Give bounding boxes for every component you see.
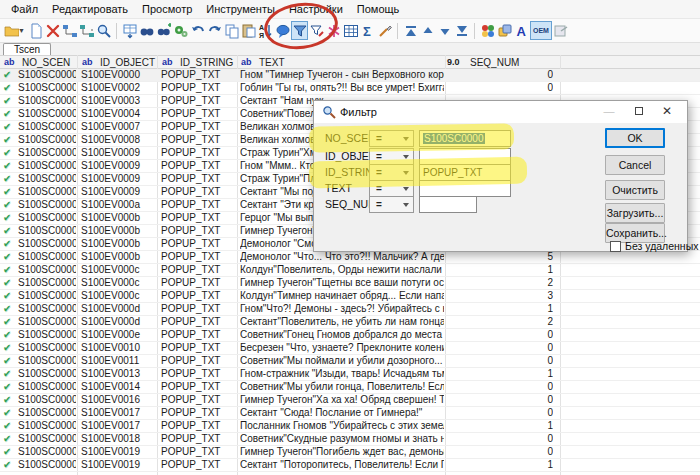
op-select-id-object[interactable]: = xyxy=(369,148,414,165)
cell: POPUP_TXT xyxy=(161,316,235,328)
filter-edit-icon[interactable] xyxy=(308,21,325,40)
op-select-text[interactable]: = xyxy=(369,180,414,197)
find-next-icon[interactable] xyxy=(155,21,172,40)
value-input-no-scen[interactable]: S100SC0000 xyxy=(419,130,511,147)
cell: S100SC0000 xyxy=(18,212,76,224)
table-row[interactable]: ✔S100SC0000S100EV0018POPUP_TXTСоветник"С… xyxy=(0,433,700,446)
comment-bubble-icon[interactable] xyxy=(274,21,291,40)
table-row[interactable]: ✔S100SC0000S100EV000ePOPUP_TXTСоветник"Г… xyxy=(0,329,700,342)
cancel-button[interactable]: Cancel xyxy=(605,155,665,175)
nav-last-icon[interactable] xyxy=(453,21,470,40)
oem-toggle[interactable]: OEM xyxy=(530,21,552,40)
load-button[interactable]: Загрузить... xyxy=(605,203,665,223)
table-row[interactable]: ✔S100SC0000S100EV0016POPUP_TXTГимнер Туч… xyxy=(0,394,700,407)
table-row[interactable]: ✔S100SC0000S100EV0014POPUP_TXTСоветник"М… xyxy=(0,381,700,394)
link-id-icon[interactable] xyxy=(61,21,78,40)
cell: S100SC0000 xyxy=(18,69,76,81)
sum-icon[interactable]: Σ xyxy=(359,21,376,40)
table-row[interactable]: ✔S100SC0000S100EV000cPOPUP_TXTКолдун"Тим… xyxy=(0,290,700,303)
cell: Гном"Что?! Демоны - здесь?! Убирайтесь с… xyxy=(240,303,444,315)
clear-button[interactable]: Очистить xyxy=(605,180,665,200)
table-row[interactable]: ✔S100SC0000S100EV0019POPUP_TXTГимнер Туч… xyxy=(0,446,700,459)
table-row[interactable]: ✔S100SC0000S100EV0011POPUP_TXTСоветник"М… xyxy=(0,355,700,368)
menu-edit[interactable]: Редактировать xyxy=(45,1,135,17)
col-header-seq-num[interactable]: SEQ_NUM xyxy=(470,57,519,68)
col-type-icon: 9.0 xyxy=(447,57,460,67)
palette-icon[interactable] xyxy=(479,21,496,40)
cell: 5 xyxy=(445,251,553,263)
table-row[interactable]: ✔S100SC0000S100EV000cPOPUP_TXTКолдун"Пов… xyxy=(0,264,700,277)
cell: S100EV0014 xyxy=(81,381,155,393)
redo-icon[interactable] xyxy=(206,21,223,40)
table-row[interactable]: ✔S100SC0000S100EV0010POPUP_TXTБесрезен "… xyxy=(0,342,700,355)
op-select-id-string[interactable]: = xyxy=(369,164,414,181)
table-row[interactable]: ✔S100SC0000S100EV0000POPUP_TXTГном "Тимн… xyxy=(0,69,700,82)
nav-prev-icon[interactable] xyxy=(419,21,436,40)
filter-clear-icon[interactable] xyxy=(325,21,342,40)
table-row[interactable]: ✔S100SC0000S100EV0017POPUP_TXTПосланник … xyxy=(0,420,700,433)
table-row[interactable]: ✔S100SC0000S100EV000cPOPUP_TXTГимнер Туч… xyxy=(0,277,700,290)
menu-tools[interactable]: Инструменты xyxy=(199,1,282,17)
cell: S100EV000c xyxy=(81,277,155,289)
table-row[interactable]: ✔S100SC0000S100EV0002POPUP_TXTГоблин "Гы… xyxy=(0,82,700,95)
cell: POPUP_TXT xyxy=(161,394,235,406)
paste-icon[interactable] xyxy=(240,21,257,40)
sort-az-icon[interactable]: AЯ xyxy=(257,21,274,40)
filter-icon[interactable] xyxy=(291,21,308,40)
table-row[interactable]: ✔S100SC0000S100EV0019POPUP_TXTСектант "П… xyxy=(0,459,700,472)
search-icon[interactable] xyxy=(95,21,112,40)
cell: S100SC0000 xyxy=(18,381,76,393)
copy-icon[interactable] xyxy=(223,21,240,40)
export-icon[interactable] xyxy=(552,21,569,40)
toolbar: ▼ AЯ Σ A OEM xyxy=(0,18,700,43)
cell: 2 xyxy=(445,277,553,289)
layers-icon[interactable] xyxy=(496,21,513,40)
cell: Сектант"Повелитель, не убить ли нам гонц… xyxy=(240,316,444,328)
col-type-icon: ab xyxy=(241,57,252,67)
table-row[interactable]: ✔S100SC0000S100EV000dPOPUP_TXTСектант"По… xyxy=(0,316,700,329)
op-select-seq-num[interactable]: = xyxy=(369,196,414,213)
table-row[interactable]: ✔S100SC0000S100EV0013POPUP_TXTГном-страж… xyxy=(0,368,700,381)
cell: S100SC0000 xyxy=(18,95,76,107)
cell: 0 xyxy=(445,82,553,94)
delete-icon[interactable] xyxy=(44,21,61,40)
col-header-no-scen[interactable]: NO_SCEN xyxy=(22,57,70,68)
nav-next-icon[interactable] xyxy=(436,21,453,40)
value-input-seq-num[interactable] xyxy=(419,196,477,213)
no-deleted-checkbox[interactable] xyxy=(610,241,621,252)
close-button[interactable]: ✕ xyxy=(655,101,679,122)
maximize-button[interactable] xyxy=(627,101,651,122)
find-icon[interactable] xyxy=(138,21,155,40)
table-row[interactable]: ✔S100SC0000S100EV000dPOPUP_TXTГном"Что?!… xyxy=(0,303,700,316)
menu-file[interactable]: Файл xyxy=(4,1,45,17)
value-input-text[interactable] xyxy=(419,180,511,197)
menu-help[interactable]: Помощь xyxy=(350,1,407,17)
font-icon[interactable]: A xyxy=(513,21,530,40)
link-id-alt-icon[interactable] xyxy=(78,21,95,40)
table-row[interactable]: ✔S100SC0000S100EV000bPOPUP_TXTДемонолог … xyxy=(0,251,700,264)
ok-button[interactable]: OK xyxy=(605,128,665,148)
value-input-id-string[interactable]: POPUP_TXT xyxy=(419,164,511,181)
new-file-icon[interactable] xyxy=(27,21,44,40)
col-header-id-string[interactable]: ID_STRING xyxy=(180,57,233,68)
open-dropdown-icon[interactable]: ▼ xyxy=(18,27,25,34)
minimize-button[interactable]: — xyxy=(597,101,621,122)
undo-icon[interactable] xyxy=(189,21,206,40)
cell: S100EV0004 xyxy=(81,108,155,120)
col-header-id-object[interactable]: ID_OBJECT xyxy=(100,57,155,68)
brush-icon[interactable] xyxy=(376,21,393,40)
cell: S100SC0000 xyxy=(18,459,76,471)
menu-settings[interactable]: Настройки xyxy=(282,1,350,17)
value-input-id-object[interactable] xyxy=(419,148,511,165)
table-view-icon[interactable] xyxy=(342,21,359,40)
col-header-text[interactable]: TEXT xyxy=(259,57,285,68)
grid-header[interactable]: ab NO_SCEN ab ID_OBJECT ab ID_STRING ab … xyxy=(0,55,700,69)
run-gears-icon[interactable] xyxy=(172,21,189,40)
goto-row-icon[interactable] xyxy=(121,21,138,40)
row-check-icon: ✔ xyxy=(3,459,11,471)
op-select-no-scen[interactable]: = xyxy=(369,130,414,147)
dialog-titlebar[interactable]: Фильтр — ✕ xyxy=(314,101,687,123)
table-row[interactable]: ✔S100SC0000S100EV0017POPUP_TXTСектант "С… xyxy=(0,407,700,420)
menu-view[interactable]: Просмотр xyxy=(135,1,199,17)
nav-first-icon[interactable] xyxy=(402,21,419,40)
